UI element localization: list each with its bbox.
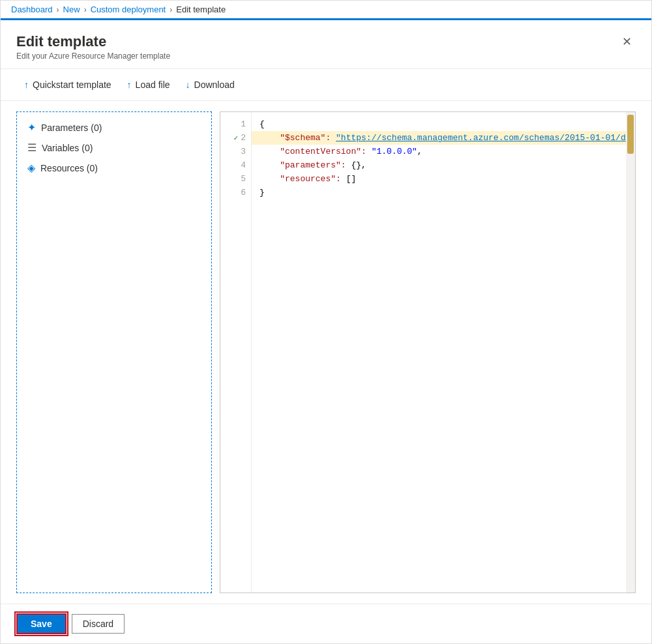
- resources-label: Resources (0): [40, 163, 98, 173]
- load-file-button[interactable]: ↑ Load file: [119, 76, 178, 94]
- code-content[interactable]: { "$schema": "https://schema.management.…: [252, 112, 626, 593]
- page-wrapper: Dashboard › New › Custom deployment › Ed…: [0, 0, 652, 644]
- breadcrumb-dashboard[interactable]: Dashboard: [11, 5, 53, 14]
- breadcrumb-sep-3: ›: [170, 5, 172, 14]
- content-version-key: "contentVersion":: [259, 145, 372, 158]
- header-section: Edit template Edit your Azure Resource M…: [1, 20, 651, 69]
- resources-value: []: [346, 172, 357, 186]
- resources-key: "resources":: [259, 172, 346, 186]
- code-line-2: "$schema": "https://schema.management.az…: [252, 131, 626, 145]
- tree-item-variables[interactable]: ☰ Variables (0): [17, 138, 211, 158]
- schema-url: "https://schema.management.azure.com/sch…: [336, 131, 626, 145]
- quickstart-label: Quickstart template: [33, 80, 111, 90]
- page-subtitle: Edit your Azure Resource Manager templat…: [16, 51, 170, 61]
- tree-item-parameters[interactable]: ✦ Parameters (0): [17, 117, 211, 138]
- tree-item-resources[interactable]: ◈ Resources (0): [17, 158, 211, 178]
- breadcrumb-sep-2: ›: [84, 5, 87, 14]
- breadcrumb-sep-1: ›: [57, 5, 59, 14]
- quickstart-template-button[interactable]: ↑ Quickstart template: [16, 76, 119, 94]
- code-line-3: "contentVersion": "1.0.0.0",: [259, 145, 626, 158]
- download-icon: ↓: [186, 80, 190, 90]
- main-content: Edit template Edit your Azure Resource M…: [1, 20, 651, 643]
- top-bar: Dashboard › New › Custom deployment › Ed…: [1, 1, 651, 20]
- toolbar: ↑ Quickstart template ↑ Load file ↓ Down…: [1, 69, 651, 101]
- footer: Save Discard: [1, 604, 651, 643]
- parameters-key: "parameters":: [259, 158, 351, 172]
- comma-4: ,: [361, 158, 366, 172]
- check-icon: ✓: [234, 134, 239, 142]
- variables-icon: ☰: [27, 141, 37, 154]
- download-button[interactable]: ↓ Download: [178, 76, 243, 94]
- line-num-1: 1: [220, 117, 251, 131]
- variables-label: Variables (0): [42, 143, 93, 153]
- code-line-1: {: [259, 117, 626, 131]
- breadcrumb-current: Edit template: [176, 5, 226, 14]
- parameters-icon: ✦: [27, 121, 36, 134]
- load-file-label: Load file: [136, 80, 170, 90]
- code-line-5: "resources": []: [259, 172, 626, 186]
- line-num-2: ✓2: [220, 131, 251, 145]
- resources-icon: ◈: [27, 162, 35, 174]
- download-label: Download: [194, 80, 235, 90]
- schema-key: "$schema":: [259, 131, 336, 145]
- code-line-4: "parameters": {},: [259, 158, 626, 172]
- line-num-6: 6: [220, 186, 251, 199]
- scrollbar-track[interactable]: [626, 112, 635, 593]
- code-line-6: }: [259, 186, 626, 199]
- comma-3: ,: [417, 145, 422, 158]
- parameters-label: Parameters (0): [41, 123, 102, 133]
- line-num-3: 3: [220, 145, 251, 158]
- parameters-value: {}: [351, 158, 361, 172]
- left-panel: ✦ Parameters (0) ☰ Variables (0) ◈ Resou…: [16, 111, 212, 593]
- close-button[interactable]: ✕: [618, 33, 636, 50]
- header-text: Edit template Edit your Azure Resource M…: [16, 33, 170, 61]
- content-version-value: "1.0.0.0": [372, 145, 417, 158]
- code-editor[interactable]: 1 ✓2 3 4 5 6 {: [220, 111, 636, 593]
- scrollbar-thumb[interactable]: [627, 115, 634, 154]
- breadcrumb: Dashboard › New › Custom deployment › Ed…: [11, 5, 226, 14]
- quickstart-icon: ↑: [24, 80, 29, 90]
- line-num-4: 4: [220, 158, 251, 172]
- brace-close: }: [259, 186, 265, 199]
- load-file-icon: ↑: [127, 80, 132, 90]
- line-numbers: 1 ✓2 3 4 5 6: [220, 112, 252, 593]
- page-title: Edit template: [16, 33, 170, 50]
- line-num-5: 5: [220, 172, 251, 186]
- discard-button[interactable]: Discard: [72, 614, 125, 634]
- brace-open: {: [259, 117, 265, 131]
- breadcrumb-custom-deployment[interactable]: Custom deployment: [91, 5, 166, 14]
- body-area: ✦ Parameters (0) ☰ Variables (0) ◈ Resou…: [1, 101, 651, 604]
- breadcrumb-new[interactable]: New: [63, 5, 80, 14]
- save-button[interactable]: Save: [16, 613, 67, 634]
